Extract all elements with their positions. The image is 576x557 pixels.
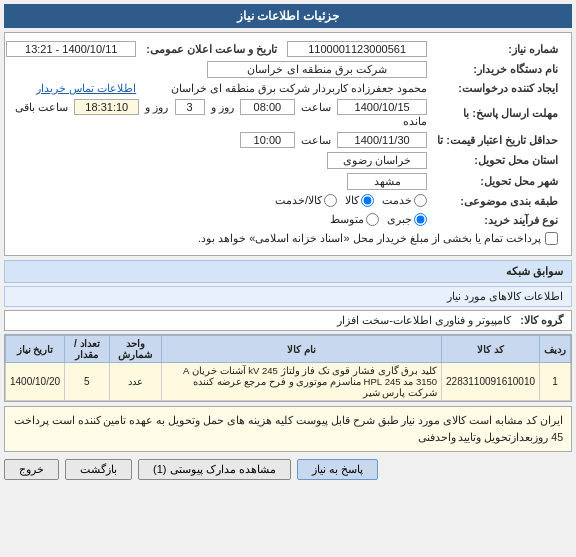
- dastgah-label: نام دستگاه خریدار:: [432, 59, 563, 80]
- miotasit-option[interactable]: متوسط: [330, 213, 379, 226]
- sharh-section-header: سوابق شبکه: [4, 260, 572, 283]
- ijad-label: ایجاد کننده درخواست:: [432, 80, 563, 97]
- hadd-value-cell: 1400/11/30 ساعت 10:00: [1, 130, 432, 150]
- row-ijad: ایجاد کننده درخواست: محمود جعفرزاده کارب…: [1, 80, 563, 97]
- tabaqe-khadamat-option[interactable]: خدمت: [382, 194, 427, 207]
- khoroj-button[interactable]: خروج: [4, 459, 59, 480]
- dastgah-value: شرکت برق منطقه ای خراسان: [207, 61, 427, 78]
- tabaqe-label: طبقه بندی موضوعی:: [432, 192, 563, 211]
- note-text: ایران کد مشابه است کالای مورد نیار طبق ش…: [14, 414, 563, 443]
- hadd-label: حداقل تاریخ اعتبار قیمت: تا: [432, 130, 563, 150]
- cell-tarikh: 1400/10/20: [6, 363, 65, 401]
- cell-name: کلید برق گاری فشار قوی تک فاز ولتاژ 245 …: [162, 363, 442, 401]
- col-name: نام کالا: [162, 336, 442, 363]
- tarikh-aelam-value-cell: 1400/10/11 - 13:21: [1, 39, 141, 59]
- table-row: 1 2283110091610010 کلید برق گاری فشار قو…: [6, 363, 571, 401]
- col-tedad: تعداد / مقدار: [65, 336, 109, 363]
- kala-group-label: اطلاعات کالاهای مورد نیار: [447, 290, 563, 302]
- page-wrapper: جزئیات اطلاعات نیاز شماره نیاز: 11000011…: [0, 0, 576, 557]
- kala-table: ردیف کد کالا نام کالا واحد شمارش تعداد /…: [5, 335, 571, 401]
- hadd-value[interactable]: 1400/11/30: [337, 132, 427, 148]
- ijad-value: محمود جعفرزاده کاربردار شرکت برق منطقه ا…: [171, 82, 427, 94]
- modarek-button[interactable]: مشاهده مدارک پیوستی (1): [138, 459, 291, 480]
- col-tarikh: تاریخ نیاز: [6, 336, 65, 363]
- row-farayand: نوع فرآیند خرید: جبری متوسط: [1, 211, 563, 230]
- row-pardakht: پرداخت تمام یا بخشی از مبلغ خریدار محل «…: [1, 230, 563, 249]
- sharh-section-label: سوابق شبکه: [506, 265, 563, 277]
- tabaqe-khadamat-label: خدمت: [382, 194, 412, 207]
- ostan-label: استان محل تحویل:: [432, 150, 563, 171]
- jabri-label: جبری: [387, 213, 412, 226]
- row-shahr: شهر محل تحویل: مشهد: [1, 171, 563, 192]
- bottom-buttons: پاسخ به نیاز مشاهده مدارک پیوستی (1) باز…: [4, 456, 572, 483]
- jabri-option[interactable]: جبری: [387, 213, 427, 226]
- ostan-value-cell: خراسان رضوی: [1, 150, 432, 171]
- tabaqe-radio-group: خدمت کالا کالا/خدمت: [275, 194, 427, 207]
- tabaqe-kala-label: کالا: [345, 194, 359, 207]
- tabaqe-value-cell: خدمت کالا کالا/خدمت: [1, 192, 432, 211]
- mohlet-baqui: 18:31:10: [74, 99, 139, 115]
- tabaqe-khadamat-radio[interactable]: [414, 194, 427, 207]
- ostan-value: خراسان رضوی: [327, 152, 427, 169]
- tabaqe-har-do-radio[interactable]: [324, 194, 337, 207]
- farayand-label: نوع فرآیند خرید:: [432, 211, 563, 230]
- info-table: شماره نیاز: 1100001123000561 تاریخ و ساع…: [1, 39, 563, 249]
- col-kod: کد کالا: [442, 336, 540, 363]
- pardakht-checkbox[interactable]: [545, 232, 558, 245]
- bargasht-button[interactable]: بازگشت: [65, 459, 132, 480]
- miotasit-radio[interactable]: [366, 213, 379, 226]
- roz-label: روز و: [211, 101, 234, 113]
- tabaqe-kala-radio[interactable]: [361, 194, 374, 207]
- tabaqe-har-do-label: کالا/خدمت: [275, 194, 322, 207]
- pardakht-text: پرداخت تمام یا بخشی از مبلغ خریدار محل «…: [198, 232, 541, 245]
- tabaqe-har-do-option[interactable]: کالا/خدمت: [275, 194, 337, 207]
- table-header-row: ردیف کد کالا نام کالا واحد شمارش تعداد /…: [6, 336, 571, 363]
- shomare-value: 1100001123000561: [287, 41, 427, 57]
- farayand-radio-group: جبری متوسط: [330, 213, 427, 226]
- table-head: ردیف کد کالا نام کالا واحد شمارش تعداد /…: [6, 336, 571, 363]
- shahr-value-cell: مشهد: [1, 171, 432, 192]
- jabri-radio[interactable]: [414, 213, 427, 226]
- kala-group-header: اطلاعات کالاهای مورد نیار: [4, 286, 572, 307]
- shomare-label: شماره نیاز:: [432, 39, 563, 59]
- main-info-box: شماره نیاز: 1100001123000561 تاریخ و ساع…: [4, 32, 572, 256]
- shahr-label: شهر محل تحویل:: [432, 171, 563, 192]
- cell-vahed: عدد: [109, 363, 162, 401]
- mohlet-value-cell: 1400/10/15 ساعت 08:00 روز و 3 روز و 18:3…: [1, 97, 432, 130]
- shomare-value-cell: 1100001123000561: [282, 39, 432, 59]
- pardakht-group: پرداخت تمام یا بخشی از مبلغ خریدار محل «…: [198, 232, 558, 245]
- gorohe-label: گروه کالا:: [520, 314, 563, 326]
- dastgah-value-cell: شرکت برق منطقه ای خراسان: [1, 59, 432, 80]
- row-ostan: استان محل تحویل: خراسان رضوی: [1, 150, 563, 171]
- table-body: 1 2283110091610010 کلید برق گاری فشار قو…: [6, 363, 571, 401]
- row-shomare: شماره نیاز: 1100001123000561 تاریخ و ساع…: [1, 39, 563, 59]
- row-mohlet: مهلت ارسال پاسخ: با 1400/10/15 ساعت 08:0…: [1, 97, 563, 130]
- mohlet-label: مهلت ارسال پاسخ: با: [432, 97, 563, 130]
- mohlet-from[interactable]: 1400/10/15: [337, 99, 427, 115]
- tarikh-aelam-label: تاریخ و ساعت اعلان عمومی:: [141, 39, 282, 59]
- row-hadd: حداقل تاریخ اعتبار قیمت: تا 1400/11/30 س…: [1, 130, 563, 150]
- col-vahed: واحد شمارش: [109, 336, 162, 363]
- gorohe-value: کامپیوتر و فناوری اطلاعات-سخت افزار: [337, 314, 511, 326]
- tabaqe-kala-option[interactable]: کالا: [345, 194, 374, 207]
- shahr-value: مشهد: [347, 173, 427, 190]
- hadd-saat[interactable]: 10:00: [240, 132, 295, 148]
- miotasit-label: متوسط: [330, 213, 364, 226]
- cell-tedad: 5: [65, 363, 109, 401]
- row-tabaqe: طبقه بندی موضوعی: خدمت کالا: [1, 192, 563, 211]
- contact-link[interactable]: اطلاعات تماس خریدار: [36, 82, 136, 94]
- ijad-value-cell: محمود جعفرزاده کاربردار شرکت برق منطقه ا…: [141, 80, 432, 97]
- note-box: ایران کد مشابه است کالای مورد نیار طبق ش…: [4, 406, 572, 452]
- pasokh-button[interactable]: پاسخ به نیاز: [297, 459, 378, 480]
- gorohe-kala-row: گروه کالا: کامپیوتر و فناوری اطلاعات-سخت…: [4, 310, 572, 331]
- ijad-link-cell[interactable]: اطلاعات تماس خریدار: [1, 80, 141, 97]
- mohlet-saat[interactable]: 08:00: [240, 99, 295, 115]
- row-dastgah: نام دستگاه خریدار: شرکت برق منطقه ای خرا…: [1, 59, 563, 80]
- cell-radif: 1: [540, 363, 571, 401]
- kala-table-container: ردیف کد کالا نام کالا واحد شمارش تعداد /…: [4, 334, 572, 402]
- tarikh-aelam-value: 1400/10/11 - 13:21: [6, 41, 136, 57]
- col-radif: ردیف: [540, 336, 571, 363]
- farayand-value-cell: جبری متوسط: [1, 211, 432, 230]
- mohlet-roz[interactable]: 3: [175, 99, 205, 115]
- cell-kod: 2283110091610010: [442, 363, 540, 401]
